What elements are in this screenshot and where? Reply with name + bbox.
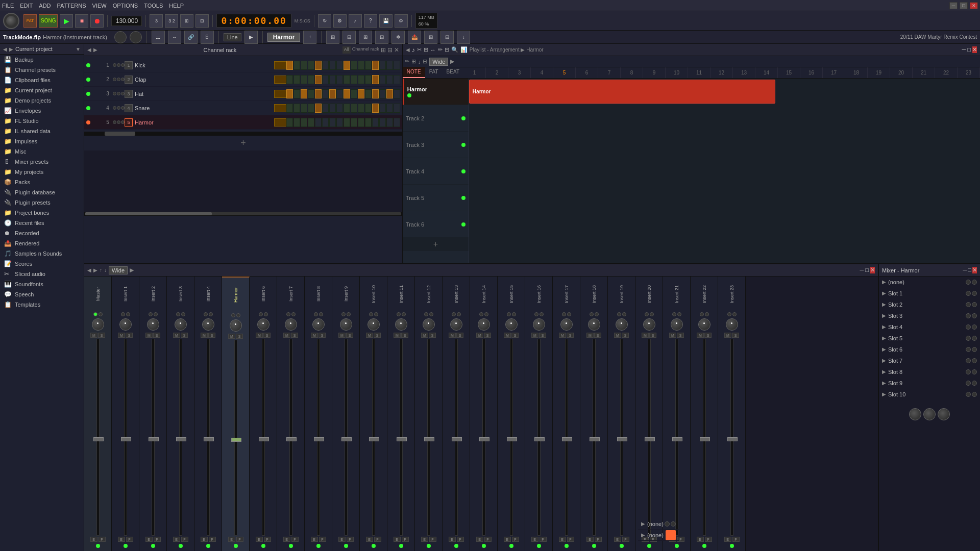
mr-knob-3[interactable] (938, 408, 950, 420)
pl-tool-7[interactable]: 📊 (460, 46, 468, 53)
mix-send-btn[interactable] (314, 312, 318, 316)
browser-button[interactable]: 🎚 (201, 31, 214, 44)
beat-step[interactable] (308, 118, 314, 127)
beat-step[interactable] (344, 118, 350, 127)
beat-step[interactable] (358, 89, 364, 98)
mr-slot-arrow[interactable]: ▶ (882, 313, 886, 318)
mix-nav-left[interactable]: ◀ (87, 267, 91, 273)
pl-tool-6[interactable]: 🔍 (451, 46, 458, 53)
cr-active-dot[interactable] (86, 63, 90, 67)
mixer-fader-thumb[interactable] (452, 437, 462, 441)
beat-step[interactable] (365, 118, 372, 127)
channel-rack-button[interactable]: ⚏ (152, 31, 165, 44)
step-extra[interactable]: ⊟ (195, 14, 209, 28)
cr-vol-bar[interactable] (274, 118, 286, 127)
mr-slot-arrow[interactable]: ▶ (882, 335, 886, 341)
pl-tool-2[interactable]: ⊞ (424, 46, 428, 53)
beat-step[interactable] (386, 75, 393, 84)
tab-beat[interactable]: BEAT (443, 67, 463, 78)
mr-slot-arrow[interactable]: ▶ (882, 380, 886, 386)
mixer-fader-track[interactable] (730, 339, 733, 536)
mixer-fader-thumb[interactable] (507, 437, 517, 441)
menu-patterns[interactable]: PATTERNS (57, 3, 86, 9)
beat-step[interactable] (308, 104, 314, 113)
mix-send-btn[interactable] (291, 312, 296, 316)
beat-step[interactable] (329, 118, 336, 127)
beat-step[interactable] (351, 118, 357, 127)
beat-step[interactable] (336, 75, 343, 84)
mix-mute-btn[interactable]: M (586, 333, 594, 338)
mixer-knob[interactable] (698, 318, 710, 331)
cr-active-dot[interactable] (86, 78, 90, 82)
sidebar-item-rendered[interactable]: 📤 Rendered (0, 238, 84, 248)
mixer-channel[interactable]: Insert 3 M S E F (167, 277, 194, 551)
mix-eq-btn[interactable]: E (421, 537, 428, 542)
menu-add[interactable]: ADD (39, 3, 51, 9)
mix-nav-right[interactable]: ▶ (93, 267, 97, 273)
mr-minimize[interactable]: ─ (963, 267, 967, 273)
cr-dot-2[interactable] (117, 120, 120, 124)
mix-send-btn[interactable] (567, 312, 571, 316)
mixer-fader-thumb[interactable] (286, 437, 297, 441)
beat-step[interactable] (308, 61, 314, 70)
sidebar-item-plugin-database[interactable]: 🔌 Plugin database (0, 187, 84, 197)
mix-eq-btn[interactable]: E (283, 537, 290, 542)
mix-send-btn[interactable] (672, 312, 676, 316)
mixer-fader-track[interactable] (455, 339, 458, 536)
pitch-knob[interactable] (130, 31, 142, 43)
mix-send-btn[interactable] (429, 312, 433, 316)
mix-send-btn[interactable] (181, 312, 185, 316)
mixer-channel[interactable]: Insert 14 M S E F (470, 277, 498, 551)
mixer-fader-track[interactable] (593, 339, 596, 536)
beat-step[interactable] (372, 104, 379, 113)
mix-send-btn[interactable] (705, 312, 709, 316)
mix-eq-btn[interactable]: E (311, 537, 318, 542)
beat-step[interactable] (336, 118, 343, 127)
cr-dot-3[interactable] (121, 120, 125, 124)
mix-solo-btn[interactable]: S (126, 333, 133, 338)
mix-send-btn[interactable] (650, 312, 654, 316)
mixer-knob[interactable] (202, 318, 214, 331)
step-pattern[interactable]: ⊞ (180, 14, 193, 28)
mix-nav-down[interactable]: ↓ (104, 267, 107, 273)
sidebar-item-sliced-audio[interactable]: ✂ Sliced audio (0, 269, 84, 279)
mix-send-btn[interactable] (595, 312, 599, 316)
mix-eq-btn[interactable]: E (173, 537, 180, 542)
mix-fx-btn[interactable]: F (99, 537, 106, 542)
mix-send-btn[interactable] (732, 312, 737, 316)
mix-fx-btn[interactable]: F (181, 537, 188, 542)
beat-step[interactable] (293, 104, 300, 113)
mixer-channel[interactable]: Insert 8 M S E F (305, 277, 332, 551)
mix-mute-btn[interactable]: M (394, 333, 401, 338)
mix-eq-btn[interactable]: E (504, 537, 511, 542)
mixer-fader-track[interactable] (648, 339, 651, 536)
mix-solo-btn[interactable]: S (649, 333, 656, 338)
sidebar-item-samples[interactable]: 🎵 Samples n Sounds (0, 248, 84, 259)
mix-eq-btn[interactable]: E (559, 537, 566, 542)
mix-eq-btn[interactable]: E (338, 537, 346, 542)
beat-step[interactable] (322, 104, 329, 113)
mixer-fader-thumb[interactable] (479, 437, 489, 441)
mr-dot-2[interactable] (972, 291, 977, 296)
mixer-channel[interactable]: Insert 1 M S E F (112, 277, 139, 551)
mix-mute-btn[interactable]: M (421, 333, 428, 338)
pl-track4-content[interactable] (469, 158, 980, 185)
mixer-knob[interactable] (450, 318, 462, 331)
mix-send-btn[interactable] (204, 312, 208, 316)
mix-minimize[interactable]: ─ (860, 267, 864, 273)
mr-dot-1[interactable] (966, 291, 971, 296)
beat-step[interactable] (329, 89, 336, 98)
mix-mute-btn[interactable]: M (173, 333, 180, 338)
beat-step[interactable] (344, 75, 350, 84)
mixer-channel[interactable]: Insert 18 M S E F (580, 277, 608, 551)
sidebar-item-fl-studio[interactable]: 📁 FL Studio (0, 116, 84, 126)
beat-step[interactable] (351, 104, 357, 113)
mixer-knob[interactable] (588, 318, 600, 331)
cr-dot-2[interactable] (117, 92, 120, 95)
mix-eq-btn[interactable]: E (449, 537, 456, 542)
mix-send-btn[interactable] (126, 312, 130, 316)
mixer-fader-track[interactable] (372, 339, 375, 536)
mixer-channel[interactable]: Insert 17 M S E F (553, 277, 580, 551)
mixer-fader-thumb[interactable] (645, 437, 655, 441)
mix-solo-btn[interactable]: S (539, 333, 546, 338)
